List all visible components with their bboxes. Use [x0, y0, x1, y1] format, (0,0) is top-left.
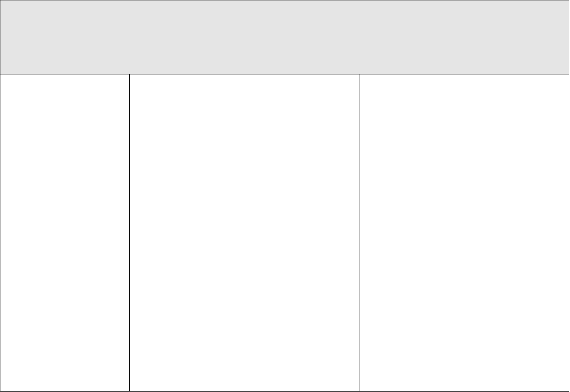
banner-region — [0, 0, 569, 74]
layout-canvas — [0, 0, 570, 392]
header-cell-2 — [129, 74, 359, 106]
header-cell-3 — [359, 74, 569, 106]
body-cell-1 — [0, 105, 130, 392]
body-cell-3 — [359, 105, 569, 392]
body-cell-2 — [129, 105, 359, 392]
header-row — [0, 74, 569, 106]
header-cell-1 — [0, 74, 130, 106]
body-row — [0, 105, 569, 392]
